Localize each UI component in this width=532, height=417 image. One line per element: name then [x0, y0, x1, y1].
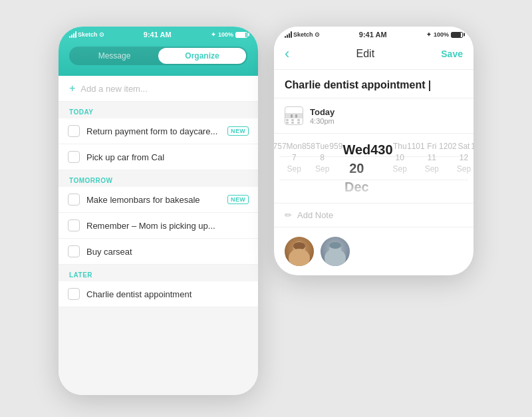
picker-cell-1-min: 58	[307, 141, 315, 196]
picker-cell-0-min: 57	[277, 141, 286, 196]
cal-dot	[297, 122, 300, 124]
avatars-row	[274, 227, 473, 275]
cal-dot	[297, 119, 300, 121]
note-row[interactable]: ✏ Add Note	[274, 203, 473, 227]
app-container: Sketch ⊙ 9:41 AM ✦ 100% Message	[32, 0, 500, 417]
wifi-icon: ⊙	[99, 31, 104, 38]
phone1: Sketch ⊙ 9:41 AM ✦ 100% Message	[59, 27, 258, 395]
signal-area-1: Sketch ⊙	[69, 31, 104, 38]
task-checkbox-0-1[interactable]	[68, 151, 80, 163]
save-button[interactable]: Save	[441, 49, 463, 59]
task-item-1-1[interactable]: Remember – Mom is picking up...	[59, 213, 258, 239]
picker-cell-5-day: Fri 11 Sep	[425, 141, 439, 196]
calendar-grid	[285, 118, 303, 124]
date-sub: 4:30pm	[310, 117, 334, 125]
task-checkbox-1-1[interactable]	[68, 219, 80, 231]
section-label-later: LATER	[59, 265, 258, 281]
task-badge-0-0: NEW	[227, 126, 249, 136]
text-cursor	[429, 80, 430, 91]
edit-title: Edit	[356, 48, 375, 60]
ring-left	[291, 114, 293, 118]
picker-cell-3-day: Wed 20 Dec	[342, 140, 370, 196]
picker-cell-6-day: Sat 12 Sep	[457, 141, 471, 196]
picker-row-1[interactable]: Mon 7 Sep858	[287, 139, 315, 198]
plus-icon: +	[69, 82, 75, 94]
calendar-icon	[285, 106, 303, 125]
svg-point-6	[325, 249, 346, 266]
tab-message[interactable]: Message	[70, 48, 158, 64]
task-item-0-0[interactable]: Return payment form to daycare... NEW	[59, 118, 258, 144]
avatar-male-svg	[321, 237, 350, 266]
task-text-1-2: Buy carseat	[86, 247, 249, 257]
signal-bars-icon-2	[285, 31, 292, 38]
carrier-label-1: Sketch	[78, 31, 98, 38]
add-item-row[interactable]: + Add a new item...	[59, 76, 258, 102]
battery-percent-1: 100%	[218, 31, 233, 38]
date-info: Today 4:30pm	[310, 107, 334, 125]
task-list-content: + Add a new item... TODAY Return payment…	[59, 76, 258, 395]
time-label-1: 9:41 AM	[144, 31, 172, 39]
task-checkbox-2-0[interactable]	[68, 288, 80, 300]
picker-row-6[interactable]: Sat 12 Sep1303	[457, 139, 473, 198]
avatar-female[interactable]	[285, 237, 314, 266]
picker-cell-3-min: 30	[378, 140, 392, 196]
appointment-name[interactable]: Charlie dentist appointment	[274, 70, 473, 98]
battery-icon-1	[235, 32, 247, 38]
bluetooth-icon: ✦	[211, 31, 216, 38]
calendar-top	[285, 113, 303, 118]
edit-header: ‹ Edit Save	[274, 41, 473, 70]
task-item-0-1[interactable]: Pick up car from Cal	[59, 144, 258, 170]
task-checkbox-1-0[interactable]	[68, 194, 80, 206]
battery-icon-2	[451, 32, 463, 38]
section-label-today: TODAY	[59, 102, 258, 118]
date-row[interactable]: Today 4:30pm	[274, 98, 473, 134]
picker-cell-4-min: 01	[416, 141, 424, 196]
back-button[interactable]: ‹	[285, 47, 289, 61]
calendar-rings	[291, 114, 297, 118]
picker-row-0[interactable]: Sun 6 Sep757	[274, 139, 287, 198]
picker-cell-2-hour: 9	[329, 141, 334, 196]
date-picker-wrapper[interactable]: Sun 6 Sep757Mon 7 Sep858Tue 8 Sep959Wed …	[274, 134, 473, 203]
picker-cell-3-hour: 4	[370, 140, 378, 196]
battery-fill	[236, 33, 245, 37]
picker-cell-4-hour: 11	[407, 141, 416, 196]
picker-row-4[interactable]: Thu 10 Sep1101	[393, 139, 425, 198]
signal-bars-icon	[69, 31, 76, 38]
task-text-0-0: Return payment form to daycare...	[86, 126, 221, 136]
task-item-1-0[interactable]: Make lemonbars for bakesale NEW	[59, 187, 258, 213]
task-checkbox-1-2[interactable]	[68, 245, 80, 257]
task-checkbox-0-0[interactable]	[68, 125, 80, 137]
task-item-1-2[interactable]: Buy carseat	[59, 239, 258, 265]
cal-dot	[291, 119, 294, 121]
battery-body	[235, 32, 247, 38]
tab-organize[interactable]: Organize	[158, 48, 246, 64]
time-label-2: 9:41 AM	[359, 31, 387, 39]
bluetooth-icon-2: ✦	[426, 31, 432, 38]
battery-area-1: ✦ 100%	[211, 31, 247, 38]
task-item-2-0[interactable]: Charlie dentist appointment	[59, 281, 258, 307]
cal-dot	[286, 119, 289, 121]
ring-right	[295, 114, 297, 118]
cal-dot	[291, 122, 294, 124]
svg-point-5	[329, 242, 341, 249]
picker-row-5[interactable]: Fri 11 Sep1202	[425, 139, 457, 198]
picker-row-3[interactable]: Wed 20 Dec430	[342, 139, 392, 198]
section-label-tomorrow: TOMORROW	[59, 170, 258, 187]
date-picker[interactable]: Sun 6 Sep757Mon 7 Sep858Tue 8 Sep959Wed …	[274, 139, 473, 198]
task-text-1-0: Make lemonbars for bakesale	[86, 195, 221, 205]
picker-cell-1-hour: 8	[302, 141, 307, 196]
battery-area-2: ✦ 100%	[426, 31, 463, 38]
date-main: Today	[310, 107, 334, 117]
signal-area-2: Sketch ⊙	[285, 31, 320, 38]
picker-row-2[interactable]: Tue 8 Sep959	[315, 139, 342, 198]
picker-cell-4-day: Thu 10 Sep	[393, 141, 407, 196]
add-item-placeholder: Add a new item...	[80, 84, 147, 94]
tab-row: Message Organize	[69, 47, 247, 65]
task-badge-1-0: NEW	[227, 195, 249, 204]
wifi-icon-2: ⊙	[315, 31, 320, 38]
status-bar-1: Sketch ⊙ 9:41 AM ✦ 100%	[59, 27, 258, 41]
carrier-label-2: Sketch	[293, 31, 313, 38]
avatar-male[interactable]	[321, 237, 350, 266]
task-text-2-0: Charlie dentist appointment	[86, 289, 249, 299]
cal-dot	[286, 122, 289, 124]
